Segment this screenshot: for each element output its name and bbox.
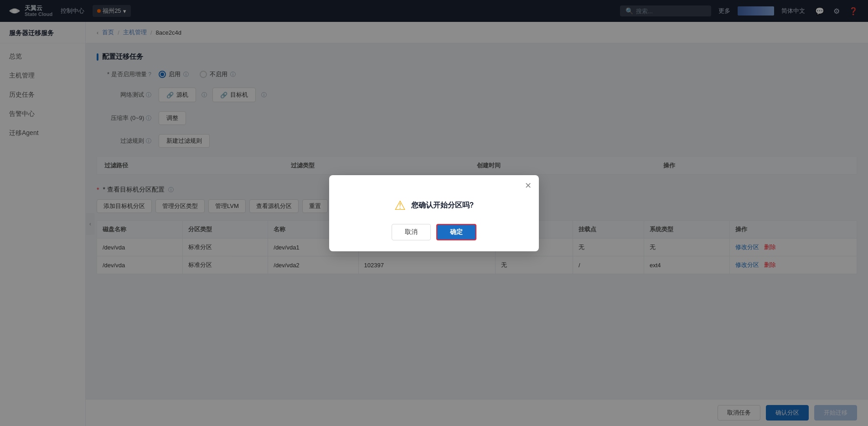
modal-close-button[interactable]: ✕ (525, 181, 532, 191)
modal-cancel-button[interactable]: 取消 (392, 224, 431, 240)
modal-footer: 取消 确定 (329, 224, 539, 251)
modal-title: 您确认开始分区吗? (411, 201, 474, 210)
modal-icon-row: ⚠ 您确认开始分区吗? (394, 198, 474, 213)
modal-body: ⚠ 您确认开始分区吗? (329, 191, 539, 224)
modal-confirm-button[interactable]: 确定 (436, 224, 476, 240)
modal-box: ✕ ⚠ 您确认开始分区吗? 取消 确定 (329, 175, 539, 251)
modal-overlay[interactable]: ✕ ⚠ 您确认开始分区吗? 取消 确定 (0, 0, 868, 426)
warning-icon: ⚠ (394, 198, 406, 213)
modal-header: ✕ (329, 175, 539, 191)
